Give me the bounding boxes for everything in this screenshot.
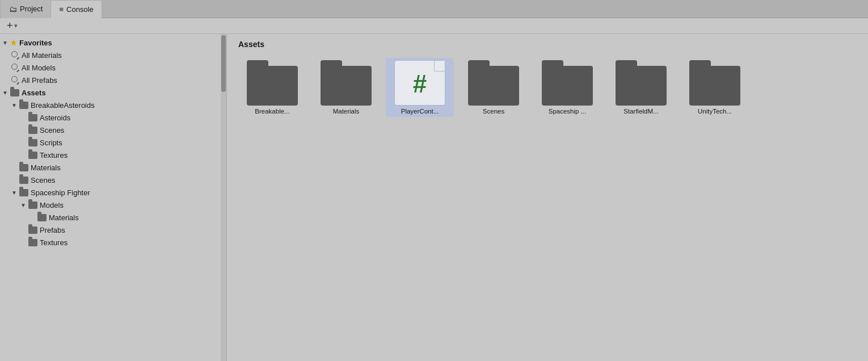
folder-icon — [19, 177, 28, 184]
folder-thumbnail — [321, 60, 372, 106]
asset-label: Materials — [333, 108, 360, 115]
sidebar-item-scripts-ba[interactable]: Scripts — [0, 136, 218, 149]
sidebar-scrollbar[interactable] — [221, 34, 226, 361]
tab-project[interactable]: 🗂 Project — [1, 0, 50, 18]
textures-sf-label: Textures — [40, 238, 68, 247]
tab-project-label: Project — [20, 5, 43, 13]
assets-grid: Breakable... Materials # PlayerCont... — [238, 58, 857, 117]
arrow-down-icon: ▼ — [2, 90, 9, 96]
all-materials-label: All Materials — [22, 51, 62, 60]
textures-ba-label: Textures — [40, 151, 68, 159]
scenes-ba-label: Scenes — [40, 126, 64, 135]
folder-icon — [28, 202, 37, 209]
asset-item-unitytech[interactable]: UnityTech... — [681, 58, 749, 117]
search-icon — [11, 51, 19, 59]
sidebar-item-assets[interactable]: ▼ Assets — [0, 86, 218, 99]
folder-icon — [10, 89, 19, 96]
all-models-label: All Models — [22, 64, 56, 72]
folder-icon — [28, 239, 37, 246]
folder-body — [542, 66, 593, 106]
asset-item-breakable[interactable]: Breakable... — [238, 58, 306, 117]
content-header: Assets — [238, 40, 857, 49]
folder-icon — [28, 114, 37, 121]
add-icon: + — [7, 20, 13, 32]
folder-body — [247, 66, 298, 106]
folder-icon — [19, 102, 28, 109]
folder-body — [321, 66, 372, 106]
breakable-asteroids-label: BreakableAsteroids — [31, 101, 95, 110]
folder-thumbnail — [542, 60, 593, 106]
sidebar-item-textures-ba[interactable]: Textures — [0, 149, 218, 161]
chevron-down-icon: ▾ — [14, 22, 18, 30]
search-icon — [11, 64, 19, 72]
scrollbar-thumb[interactable] — [221, 35, 226, 92]
sidebar-item-materials[interactable]: Materials — [0, 161, 218, 174]
sidebar-item-spaceship-fighter[interactable]: ▼ Spaceship Fighter — [0, 186, 218, 199]
sidebar-item-materials-sf[interactable]: Materials — [0, 211, 218, 224]
search-icon — [11, 76, 19, 84]
folder-icon — [37, 214, 47, 221]
folder-thumbnail — [247, 60, 298, 106]
asset-item-materials[interactable]: Materials — [312, 58, 380, 117]
asset-item-spaceship[interactable]: Spaceship ... — [533, 58, 601, 117]
script-thumbnail: # — [394, 60, 445, 106]
sidebar-item-scenes-ba[interactable]: Scenes — [0, 124, 218, 136]
hash-icon: # — [413, 72, 427, 96]
asset-item-starfieldm[interactable]: StarfieldM... — [607, 58, 675, 117]
arrow-down-icon: ▼ — [2, 40, 9, 46]
star-icon: ★ — [10, 39, 17, 47]
main-layout: ▼ ★ Favorites All Materials All Models A… — [0, 34, 868, 361]
sidebar-item-scenes[interactable]: Scenes — [0, 174, 218, 186]
folder-thumbnail — [689, 60, 740, 106]
arrow-down-icon: ▼ — [20, 202, 27, 208]
sidebar-item-textures-sf[interactable]: Textures — [0, 236, 218, 249]
folder-body — [468, 66, 519, 106]
sidebar: ▼ ★ Favorites All Materials All Models A… — [0, 34, 227, 361]
console-icon: ≡ — [59, 5, 64, 14]
folder-icon — [19, 189, 28, 196]
asset-label: PlayerCont... — [401, 108, 439, 115]
asset-item-playercont[interactable]: # PlayerCont... — [386, 58, 454, 117]
asset-item-scenes[interactable]: Scenes — [460, 58, 528, 117]
project-folder-icon: 🗂 — [9, 5, 17, 14]
arrow-down-icon: ▼ — [11, 190, 18, 196]
spaceship-fighter-label: Spaceship Fighter — [31, 188, 90, 197]
sidebar-item-breakable-asteroids[interactable]: ▼ BreakableAsteroids — [0, 99, 218, 111]
favorites-label: Favorites — [19, 39, 52, 47]
sidebar-item-models[interactable]: ▼ Models — [0, 199, 218, 211]
assets-label: Assets — [22, 89, 46, 97]
folder-icon — [28, 127, 37, 134]
tab-bar: 🗂 Project ≡ Console — [0, 0, 868, 18]
all-prefabs-label: All Prefabs — [22, 76, 57, 85]
materials-label: Materials — [31, 163, 61, 172]
folder-body — [616, 66, 667, 106]
tab-console[interactable]: ≡ Console — [50, 0, 102, 18]
sidebar-item-all-materials[interactable]: All Materials — [0, 49, 218, 61]
sidebar-tree: ▼ ★ Favorites All Materials All Models A… — [0, 34, 226, 251]
folder-thumbnail — [468, 60, 519, 106]
prefabs-label: Prefabs — [40, 226, 65, 234]
sidebar-item-favorites[interactable]: ▼ ★ Favorites — [0, 36, 218, 49]
materials-sf-label: Materials — [49, 213, 79, 222]
asteroids-label: Asteroids — [40, 114, 70, 122]
folder-thumbnail — [616, 60, 667, 106]
sidebar-item-asteroids[interactable]: Asteroids — [0, 111, 218, 124]
add-button[interactable]: + ▾ — [5, 19, 20, 33]
content-area: Assets Breakable... Materials — [227, 34, 868, 361]
folder-icon — [19, 164, 28, 171]
scripts-ba-label: Scripts — [40, 138, 62, 147]
sidebar-item-all-prefabs[interactable]: All Prefabs — [0, 74, 218, 86]
tab-console-label: Console — [66, 5, 94, 14]
asset-label: UnityTech... — [698, 108, 732, 115]
scenes-label: Scenes — [31, 176, 55, 184]
asset-label: Scenes — [483, 108, 504, 115]
sidebar-item-all-models[interactable]: All Models — [0, 61, 218, 74]
folder-body — [689, 66, 740, 106]
asset-label: Breakable... — [255, 108, 289, 115]
folder-icon — [28, 152, 37, 159]
arrow-down-icon: ▼ — [11, 102, 18, 108]
models-label: Models — [40, 201, 64, 209]
asset-label: StarfieldM... — [623, 108, 658, 115]
sidebar-item-prefabs[interactable]: Prefabs — [0, 224, 218, 236]
folder-icon — [28, 226, 37, 234]
